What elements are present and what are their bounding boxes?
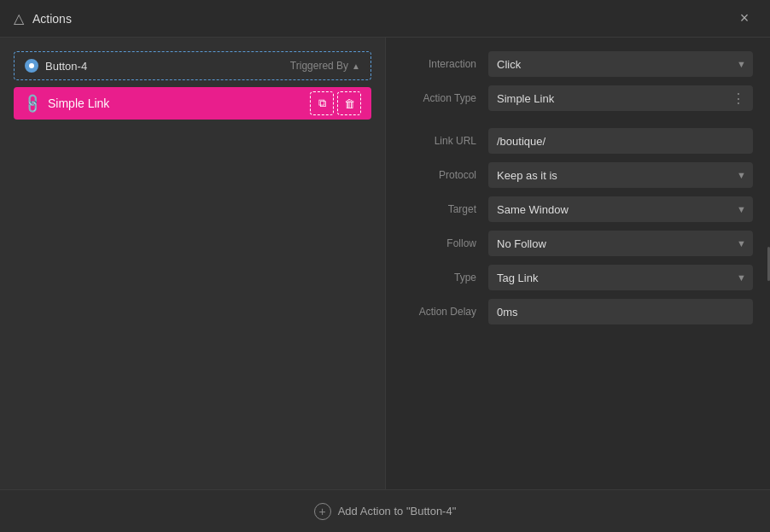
delete-action-button[interactable]: 🗑 xyxy=(337,91,361,115)
action-type-row: Action Type Simple Link ⋮ xyxy=(403,85,753,111)
left-panel: Button-4 Triggered By ▲ 🔗 Simple Link ⧉ … xyxy=(0,38,386,489)
radio-inner xyxy=(29,63,34,68)
main-content: Button-4 Triggered By ▲ 🔗 Simple Link ⧉ … xyxy=(0,38,770,489)
type-label: Type xyxy=(403,272,488,284)
link-url-label: Link URL xyxy=(403,135,488,147)
close-button[interactable]: × xyxy=(732,7,756,31)
action-delay-label: Action Delay xyxy=(403,306,488,318)
window-title: Actions xyxy=(32,12,72,26)
target-chevron-icon: ▼ xyxy=(730,204,753,214)
target-value: Same Window xyxy=(488,203,730,216)
interaction-label: Interaction xyxy=(403,58,488,70)
type-value: Tag Link xyxy=(488,272,730,284)
cursor-icon: △ xyxy=(14,10,24,26)
protocol-chevron-icon: ▼ xyxy=(730,170,753,180)
triggered-by-label: Triggered By xyxy=(290,60,348,72)
target-label: Target xyxy=(403,203,488,215)
bottom-bar[interactable]: + Add Action to "Button-4" xyxy=(0,489,770,532)
button-name-label: Button-4 xyxy=(45,60,87,73)
target-select[interactable]: Same Window ▼ xyxy=(488,196,753,222)
follow-select[interactable]: No Follow ▼ xyxy=(488,231,753,256)
protocol-row: Protocol Keep as it is ▼ xyxy=(403,162,753,188)
action-delay-row: Action Delay xyxy=(403,299,753,324)
type-select[interactable]: Tag Link ▼ xyxy=(488,265,753,290)
target-row: Target Same Window ▼ xyxy=(403,196,753,222)
chevron-up-icon: ▲ xyxy=(352,61,360,71)
follow-value: No Follow xyxy=(488,237,730,250)
radio-icon xyxy=(25,59,38,73)
protocol-select[interactable]: Keep as it is ▼ xyxy=(488,162,753,188)
copy-action-button[interactable]: ⧉ xyxy=(310,91,334,115)
triggered-by: Triggered By ▲ xyxy=(290,60,360,72)
protocol-value: Keep as it is xyxy=(488,169,730,182)
action-delay-field[interactable] xyxy=(488,299,753,324)
interaction-value: Click xyxy=(488,58,730,71)
action-bar-right: ⧉ 🗑 xyxy=(310,91,361,115)
action-type-menu-icon: ⋮ xyxy=(725,91,753,107)
link-icon: 🔗 xyxy=(20,91,44,115)
action-delay-input[interactable] xyxy=(488,299,753,324)
interaction-select[interactable]: Click ▼ xyxy=(488,51,753,77)
trigger-box[interactable]: Button-4 Triggered By ▲ xyxy=(14,51,371,80)
link-url-input[interactable] xyxy=(488,128,753,154)
trigger-box-left: Button-4 xyxy=(25,59,87,73)
link-url-row: Link URL xyxy=(403,128,753,154)
delete-icon: 🗑 xyxy=(344,97,355,110)
interaction-chevron-icon: ▼ xyxy=(730,59,753,69)
type-row: Type Tag Link ▼ xyxy=(403,265,753,290)
copy-icon: ⧉ xyxy=(318,96,326,110)
add-action-icon: + xyxy=(314,503,331,520)
follow-chevron-icon: ▼ xyxy=(730,238,753,248)
right-panel: Interaction Click ▼ Action Type Simple L… xyxy=(386,38,770,489)
action-type-value: Simple Link xyxy=(488,92,725,105)
action-name-label: Simple Link xyxy=(48,96,109,110)
protocol-label: Protocol xyxy=(403,169,488,181)
action-bar-left: 🔗 Simple Link xyxy=(24,96,109,112)
title-bar-left: △ Actions xyxy=(14,10,72,26)
title-bar: △ Actions × xyxy=(0,0,770,38)
follow-label: Follow xyxy=(403,237,488,249)
type-chevron-icon: ▼ xyxy=(730,272,753,283)
add-action-label: Add Action to "Button-4" xyxy=(338,505,457,517)
action-bar: 🔗 Simple Link ⧉ 🗑 xyxy=(14,87,371,120)
link-url-field[interactable] xyxy=(488,128,753,154)
follow-row: Follow No Follow ▼ xyxy=(403,231,753,256)
action-type-select[interactable]: Simple Link ⋮ xyxy=(488,85,753,111)
interaction-row: Interaction Click ▼ xyxy=(403,51,753,77)
action-type-label: Action Type xyxy=(403,92,488,104)
